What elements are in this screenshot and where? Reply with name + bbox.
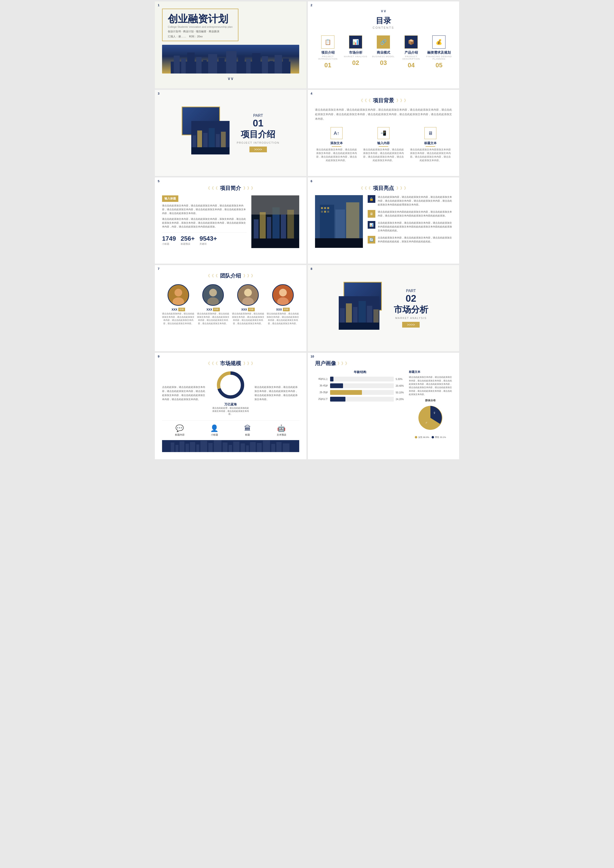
icon-label-1: 标题内容 — [175, 433, 185, 436]
feat-label-3: 标题文本 — [410, 141, 451, 145]
svg-rect-40 — [327, 207, 329, 209]
skyline-svg — [162, 50, 299, 73]
bar-label-4: 25岁以下 — [315, 398, 328, 401]
slide10-chart-col: 年龄结构 46岁以上 5.30% 36-45岁 20.40% 26-3 — [315, 370, 406, 439]
slide5-left-col: 输入标题 请点击此处添加文本内容，请点击此处添加文本内容，请点击此处添加文本内容… — [162, 196, 247, 248]
avatar-3 — [237, 284, 259, 306]
legend-dot-female — [415, 436, 417, 438]
contents-icon-4: 📦 — [405, 36, 418, 49]
icon-3: 🏛 — [244, 424, 251, 432]
svg-rect-82 — [246, 446, 249, 452]
city-image — [162, 45, 299, 73]
svg-rect-33 — [251, 196, 299, 214]
slide3-arrow-btn[interactable]: >>>> — [250, 146, 267, 152]
slide9-donut-sub: 请点击此处处理，请点击此处添加此处添加文本内容，请点击此处添加文本内容。 — [211, 407, 250, 416]
slide10-info-desc: 请点击此处添加文本内容，请点击此处添加文本内容，请点击此处添加文本内容，请点击此… — [409, 376, 452, 396]
slide6-img-col — [315, 195, 363, 248]
contents-label-en-4: PRODUCT DESCRIPTION — [398, 55, 424, 60]
stat-sub-3: 关键词 — [199, 242, 217, 246]
bar-fill-3 — [330, 390, 362, 395]
svg-rect-5 — [203, 60, 206, 73]
contents-label-zh-5: 融资需求及规划 — [426, 51, 452, 55]
slide-num-1: 1 — [158, 3, 160, 7]
slide9-deco-left: 《《《 — [206, 361, 218, 366]
contents-label-en-5: FINANCING DEMAND PLANNING — [426, 55, 452, 60]
contents-item-5: 💰 融资需求及规划 FINANCING DEMAND PLANNING 05 — [426, 36, 452, 69]
feat-icon-1: A↑ — [330, 127, 343, 139]
svg-rect-12 — [262, 56, 268, 74]
bar-row-2: 36-45岁 20.40% — [315, 384, 406, 388]
slide8-title-zh: 市场分析 — [394, 304, 428, 315]
stat-2: 256+ 标题预设 — [181, 235, 195, 246]
svg-rect-74 — [196, 444, 199, 452]
bar-label-2: 36-45岁 — [315, 384, 328, 387]
bar-pct-1: 5.30% — [396, 378, 405, 380]
team-member-2: XXX 职能 请点击此处添加内容，请点击此处添加文本内容，请点击此处添加文本内容… — [197, 284, 229, 325]
contents-icon-2: 📊 — [349, 36, 362, 49]
svg-rect-77 — [214, 440, 222, 452]
member-desc-1: 请点击此处添加内容，请点击此处添加文本内容，请点击此处添加文本内容，请点击此处添… — [162, 312, 195, 325]
slide9-left-text: 点击此处添加，请点击此处处添加文本内容，请点击此处添加文本内容，请点击此处添加文… — [162, 385, 206, 401]
slide6-deco-left: 《《《 — [359, 186, 371, 191]
slide-num-4: 4 — [311, 92, 312, 95]
bar-pct-2: 20.40% — [396, 385, 405, 387]
bar-label-1: 46岁以上 — [315, 377, 328, 381]
h-icon-4: 🔄 — [368, 236, 375, 244]
slide5-body1: 请点击此处添加文本内容，请点击此处添加文本内容，请点击此处添加文本内容，请点击此… — [162, 204, 247, 215]
slide9-right-text: 请点击此处添加文本内容，请点击此处添加文本内容，请点击此处添加文本内容，请点击此… — [254, 385, 299, 401]
contents-grid: 📋 项目介绍 PROJECT INTRODUCTION 01 📊 市场分析 MA… — [315, 36, 452, 69]
stat-1: 1749 小标题 — [162, 235, 176, 246]
svg-rect-14 — [274, 55, 282, 74]
svg-rect-79 — [229, 445, 232, 452]
pie-title: 群体分布 — [409, 399, 452, 402]
slide7-deco-right: 》》》 — [243, 273, 255, 278]
svg-rect-15 — [283, 59, 289, 74]
icon-badge-1: 💬 标题内容 — [175, 424, 185, 436]
bar-pct-3: 50.10% — [396, 391, 405, 394]
svg-text:♀: ♀ — [433, 410, 436, 415]
slide8-arrow-btn[interactable]: >>>> — [402, 322, 420, 328]
contents-num-1: 01 — [315, 62, 341, 69]
svg-rect-44 — [315, 238, 363, 248]
contents-icon-5: 💰 — [432, 36, 445, 49]
slide8-image-stack — [339, 282, 387, 334]
h-text-2: 请点击此处添加文本内容此处此处添加文本内容，请点击此处添加文本内容，请点击此处添… — [378, 210, 452, 217]
slide9-donut-svg — [216, 371, 245, 399]
slide-10: 10 用户画像 》》》 年龄结构 46岁以上 5.30% 36-45岁 — [308, 353, 459, 459]
slide7-deco-left: 《《《 — [206, 273, 218, 278]
slide3-img-front — [191, 121, 229, 154]
contents-item-3: 🔗 商业模式 BUSINESS MODEL 03 — [371, 36, 396, 69]
contents-num-4: 04 — [398, 62, 424, 69]
slide7-header: 《《《 团队介绍 》》》 — [162, 272, 299, 279]
bar-track-3 — [330, 390, 394, 395]
feat-icon-3: 🖥 — [425, 127, 436, 139]
slide-2: 2 ∨∨ 目录 CONTENTS 📋 项目介绍 PROJECT INTRODUC… — [308, 2, 459, 89]
contents-num-2: 02 — [343, 59, 369, 67]
contents-label-zh-3: 商业模式 — [371, 51, 396, 55]
contents-label-zh-4: 产品介绍 — [398, 51, 424, 55]
stat-sub-1: 小标题 — [162, 242, 176, 246]
h-icon-3: 📊 — [368, 221, 375, 229]
svg-rect-85 — [263, 441, 270, 452]
icon-label-3: 标题 — [244, 433, 251, 436]
name-badge-2: XXX 职能 — [197, 308, 229, 311]
slide9-skyline-footer — [162, 440, 299, 452]
stat-3: 9543+ 关键词 — [199, 235, 217, 246]
contents-item-1: 📋 项目介绍 PROJECT INTRODUCTION 01 — [315, 36, 341, 69]
slide3-image-stack — [182, 107, 229, 159]
contents-num-5: 05 — [426, 62, 452, 69]
contents-label-en-3: BUSINESS MODEL — [371, 55, 396, 58]
contents-item-2: 📊 市场分析 MARKET ANALYSIS 02 — [343, 36, 369, 69]
slide4-deco-left: 《《《 — [359, 98, 371, 103]
svg-point-55 — [279, 289, 287, 297]
pie-legend: 女性 66.9% 男性 33.1% — [409, 436, 452, 439]
stat-num-2: 256+ — [181, 235, 195, 242]
svg-rect-1 — [174, 56, 180, 73]
avatar-1 — [167, 284, 189, 306]
slide5-city-svg — [251, 196, 299, 248]
svg-rect-7 — [219, 58, 225, 73]
svg-rect-3 — [187, 53, 195, 74]
icon-label-2: 小标题 — [210, 433, 219, 436]
svg-rect-76 — [208, 443, 212, 452]
member-name-4: XXX — [276, 308, 282, 311]
